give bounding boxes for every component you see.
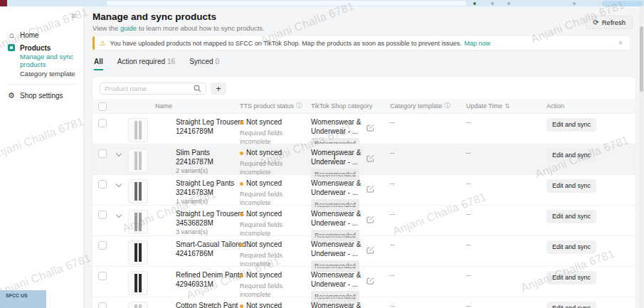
- browser-chrome-strip: [0, 0, 644, 6]
- product-name: Cotton Stretch Pant: [176, 302, 240, 308]
- category-template-value: --: [390, 271, 466, 280]
- row-checkbox[interactable]: [98, 302, 107, 308]
- map-now-link[interactable]: Map now: [465, 40, 491, 47]
- status-text: Not synced: [246, 149, 282, 158]
- update-time-value: --: [466, 271, 547, 280]
- edit-category-icon[interactable]: [366, 246, 374, 254]
- close-icon[interactable]: ×: [618, 39, 623, 47]
- table-row[interactable]: Straight Leg Trousers ..34536828M3 varia…: [93, 205, 635, 235]
- tab-label: Synced: [189, 58, 213, 65]
- search-icon[interactable]: [194, 85, 201, 92]
- products-icon: [8, 44, 15, 51]
- refresh-button[interactable]: ⟳ Refresh: [586, 16, 633, 29]
- table-row[interactable]: Smart-Casual Tailored ..42416786M Not sy…: [93, 235, 635, 266]
- edit-and-sync-button[interactable]: Edit and sync: [547, 302, 596, 308]
- sidebar-collapse-icon[interactable]: ≡: [72, 11, 76, 20]
- update-time-value: --: [466, 118, 547, 127]
- update-time-value: --: [466, 240, 547, 250]
- product-thumbnail: [128, 179, 148, 203]
- info-icon[interactable]: ⓘ: [445, 102, 451, 110]
- edit-category-icon[interactable]: [366, 216, 374, 223]
- product-thumbnail: [128, 118, 148, 142]
- expand-chevron-icon[interactable]: [116, 212, 122, 218]
- search-input[interactable]: [105, 85, 191, 92]
- row-checkbox[interactable]: [98, 180, 107, 188]
- update-time-value: --: [466, 210, 547, 219]
- col-header-name[interactable]: Name: [155, 102, 240, 110]
- edit-category-icon[interactable]: [366, 277, 374, 285]
- page-scrollbar-track[interactable]: [639, 6, 644, 308]
- col-header-template[interactable]: Category templateⓘ: [390, 102, 466, 110]
- product-name: Straight Leg Trousers ..: [176, 210, 240, 219]
- product-name: Refined Denim Pants: [176, 271, 240, 280]
- warning-banner: ⚠ You have uploaded products not mapped …: [93, 36, 630, 50]
- table-row[interactable]: Refined Denim Pants42946931M Not syncedR…: [93, 266, 635, 297]
- environment-badge-sub: :: [6, 299, 28, 304]
- edit-and-sync-button[interactable]: Edit and sync: [547, 118, 596, 132]
- row-checkbox[interactable]: [98, 272, 107, 280]
- edit-and-sync-button[interactable]: Edit and sync: [547, 210, 596, 223]
- col-header-category[interactable]: TikTok Shop category: [311, 102, 390, 110]
- col-header-update-time[interactable]: Update Time⇅: [466, 102, 547, 110]
- browser-address-bar[interactable]: [107, 1, 466, 6]
- browser-profile-pill[interactable]: [602, 1, 643, 6]
- sort-icon[interactable]: ⇅: [505, 102, 510, 110]
- category-line1: Womenswear &: [311, 149, 361, 158]
- table-row[interactable]: Cotton Stretch Pant44736828M Not syncedR…: [93, 297, 635, 308]
- sidebar-item-category-template[interactable]: Category template: [0, 67, 83, 80]
- edit-category-icon[interactable]: [366, 154, 374, 162]
- seller-center-page: ≡ ⌂ Home Products Manage and sync produc…: [0, 0, 644, 308]
- table-row[interactable]: Straight Leg Pants32416783M1 variant(s) …: [93, 174, 635, 205]
- product-name: Slim Pants: [176, 149, 240, 158]
- status-dot: [240, 274, 243, 277]
- edit-and-sync-button[interactable]: Edit and sync: [547, 271, 596, 285]
- sidebar-item-home[interactable]: ⌂ Home: [0, 28, 83, 41]
- row-checkbox[interactable]: [98, 211, 107, 219]
- browser-icon-1[interactable]: [491, 2, 494, 5]
- category-line2: Underwear - ...: [311, 280, 361, 290]
- col-header-status[interactable]: TTS product statusⓘ: [240, 102, 311, 110]
- sidebar: ≡ ⌂ Home Products Manage and sync produc…: [0, 6, 84, 308]
- tab-synced[interactable]: Synced 0: [189, 58, 219, 70]
- info-icon[interactable]: ⓘ: [296, 102, 302, 110]
- sidebar-item-shop-settings[interactable]: ⚙ Shop settings: [0, 89, 83, 102]
- tab-all[interactable]: All: [94, 58, 103, 70]
- banner-text: You have uploaded products not mapped to…: [110, 40, 462, 47]
- sidebar-item-manage-sync-products[interactable]: Manage and sync products: [0, 54, 83, 67]
- browser-icon-3[interactable]: [573, 2, 576, 5]
- table-header-row: Name TTS product statusⓘ TikTok Shop cat…: [93, 99, 635, 113]
- edit-and-sync-button[interactable]: Edit and sync: [547, 149, 596, 162]
- status-text: Not synced: [246, 118, 282, 127]
- product-thumbnail: [128, 302, 148, 308]
- edit-and-sync-button[interactable]: Edit and sync: [547, 240, 596, 254]
- browser-extension-icon[interactable]: [473, 2, 476, 5]
- table-row[interactable]: Slim Pants22416787M2 variant(s) Not sync…: [93, 144, 635, 174]
- select-all-checkbox[interactable]: [98, 102, 107, 111]
- edit-and-sync-button[interactable]: Edit and sync: [547, 179, 596, 193]
- col-header-action: Action: [547, 102, 635, 110]
- main-content: Manage and sync products View the guide …: [84, 6, 644, 308]
- add-filter-button[interactable]: +: [211, 83, 226, 95]
- edit-category-icon[interactable]: [366, 124, 374, 132]
- refresh-label: Refresh: [602, 18, 625, 26]
- row-checkbox[interactable]: [98, 241, 107, 250]
- row-checkbox[interactable]: [98, 119, 107, 127]
- tab-action-required[interactable]: Action required 16: [117, 58, 175, 70]
- guide-link[interactable]: guide: [120, 24, 137, 32]
- table-row[interactable]: Straight Leg Trousers12416789M Not synce…: [93, 113, 635, 144]
- edit-category-icon[interactable]: [366, 185, 374, 193]
- expand-chevron-icon[interactable]: [116, 151, 122, 156]
- product-id: 22416787M: [176, 158, 240, 167]
- page-scrollbar-thumb[interactable]: [640, 26, 643, 92]
- status-dot: [240, 213, 243, 216]
- update-time-value: --: [466, 302, 547, 308]
- sidebar-subitem-label: Manage and sync products: [20, 53, 83, 68]
- expand-chevron-icon[interactable]: [116, 181, 122, 187]
- trousers-image: [134, 152, 142, 170]
- page-subtitle: View the guide to learn more about how t…: [93, 24, 634, 32]
- sidebar-subitem-label: Category template: [20, 70, 75, 78]
- trousers-image: [134, 243, 142, 262]
- status-text: Not synced: [246, 271, 282, 280]
- row-checkbox[interactable]: [98, 149, 107, 158]
- browser-icon-2[interactable]: [507, 2, 510, 5]
